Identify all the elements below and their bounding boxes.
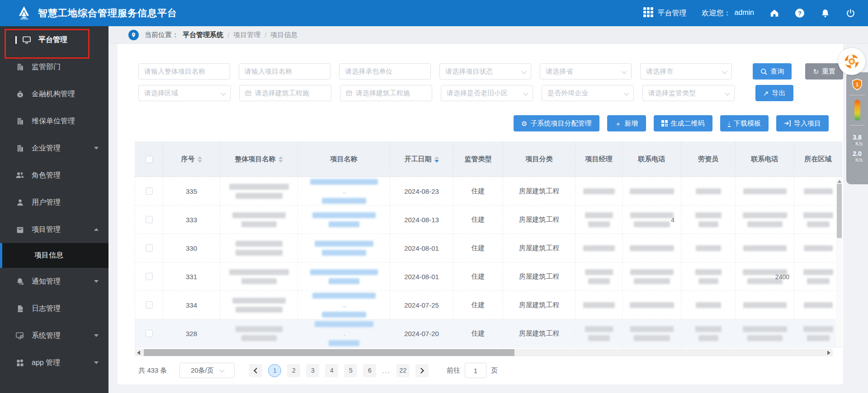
filter-field-r1-0[interactable]: 请输入整体项目名称 <box>138 63 230 80</box>
filter-field-r1-5[interactable]: 请选择市 <box>640 63 732 80</box>
building-icon <box>15 62 24 71</box>
sidebar-item-log-manage[interactable]: LOG 日志管理 <box>0 295 108 322</box>
column-header-整体项目名称[interactable]: 整体项目名称 <box>220 142 298 177</box>
cell-phone1-blurred <box>623 262 681 291</box>
row-checkbox[interactable] <box>146 301 153 309</box>
subsystem-assign-button[interactable]: ⚙子系统项目分配管理 <box>514 115 599 131</box>
sort-carets-icon[interactable] <box>198 156 202 163</box>
home-icon[interactable] <box>769 8 779 18</box>
column-header-开工日期[interactable]: 开工日期 <box>390 142 453 177</box>
cell-phone1-blurred <box>623 177 681 206</box>
horizontal-scroll-thumb[interactable] <box>144 349 514 356</box>
scroll-right-arrow-icon[interactable] <box>827 351 830 355</box>
row-checkbox[interactable] <box>146 187 153 195</box>
search-button[interactable]: 查询 <box>753 63 792 80</box>
sidebar-item-notice-manage[interactable]: 通知管理 <box>0 268 108 295</box>
row-checkbox[interactable] <box>146 244 153 252</box>
calendar-icon <box>245 90 251 96</box>
cell-region-blurred <box>794 291 842 319</box>
sidebar-item-enterprise-manage[interactable]: 企业管理 <box>0 135 108 162</box>
speed-monitor-panel[interactable]: 1 3.8 ↑ K/s 2.0 ↓ K/s <box>846 72 868 184</box>
user-icon <box>15 198 24 207</box>
filter-field-r2-1[interactable]: 请选择建筑工程施 <box>239 85 331 101</box>
cell-regulation-type: 住建 <box>453 262 503 291</box>
column-header-序号[interactable]: 序号 <box>163 142 220 177</box>
next-page-button[interactable] <box>415 364 429 377</box>
download-template-button[interactable]: ↓下载模板 <box>720 115 769 131</box>
breadcrumb-prefix: 当前位置： <box>145 31 179 39</box>
upload-speed: 3.8 ↑ K/s <box>852 134 863 146</box>
sidebar-item-app-manage[interactable]: app 管理 <box>0 349 108 376</box>
cell-seq: 334 <box>163 291 220 319</box>
content-card: 请输入整体项目名称请输入项目名称请选择承包单位请选择项目状态请选择省请选择市 查… <box>118 44 843 384</box>
column-header-项目分类: 项目分类 <box>503 142 576 177</box>
filter-field-r1-4[interactable]: 请选择省 <box>540 63 632 80</box>
page-button-22[interactable]: 22 <box>396 364 410 377</box>
filter-field-r1-3[interactable]: 请选择项目状态 <box>439 63 531 80</box>
breadcrumb-root[interactable]: 平台管理系统 <box>183 31 223 39</box>
select-all-checkbox[interactable] <box>146 156 153 163</box>
sidebar-item-user-manage[interactable]: 用户管理 <box>0 189 108 216</box>
sidebar-item-platform-manage[interactable]: 平台管理 <box>0 26 108 53</box>
generate-qrcode-button[interactable]: 生成二维码 <box>654 115 712 131</box>
reset-button[interactable]: ↻ 重置 <box>805 63 843 80</box>
row-checkbox[interactable] <box>146 216 153 223</box>
power-logout-icon[interactable] <box>845 8 855 18</box>
filter-field-r2-3[interactable]: 请选择是否老旧小区 <box>441 85 533 101</box>
page-button-3[interactable]: 3 <box>306 364 319 377</box>
scroll-left-arrow-icon[interactable] <box>137 351 140 355</box>
table-vertical-scrollbar[interactable] <box>836 178 843 346</box>
notification-bell-icon[interactable] <box>820 8 830 18</box>
scroll-up-arrow-icon[interactable] <box>837 180 842 183</box>
page-button-6[interactable]: 6 <box>363 364 376 377</box>
add-button[interactable]: ＋新增 <box>607 115 646 131</box>
sidebar-item-role-manage[interactable]: 角色管理 <box>0 162 108 189</box>
sidebar-item-project-manage[interactable]: 项目管理 <box>0 216 108 243</box>
table-row[interactable]: 328.2024-07-20住建房屋建筑工程 <box>135 319 842 348</box>
table-row[interactable]: 334...2024-07-25住建房屋建筑工程 <box>135 291 842 319</box>
platform-manage-entry[interactable]: 平台管理 <box>643 7 686 19</box>
table-row[interactable]: 3312024-08-01住建房屋建筑工程2400 <box>135 262 842 291</box>
table-horizontal-scrollbar[interactable] <box>135 349 833 356</box>
sidebar-item-system-manage[interactable]: 系统管理 <box>0 322 108 349</box>
filter-field-r2-0[interactable]: 请选择区域 <box>138 85 231 101</box>
help-icon[interactable]: ? <box>795 8 805 18</box>
breadcrumb-level3[interactable]: 项目信息 <box>270 31 297 39</box>
sidebar-subitem-project-info[interactable]: 项目信息 <box>0 243 108 268</box>
filter-field-r2-2[interactable]: 请选择建筑工程施 <box>340 85 432 101</box>
prev-page-button[interactable] <box>249 364 262 377</box>
export-button[interactable]: ↗ 导出 <box>755 85 793 101</box>
breadcrumb-level2[interactable]: 项目管理 <box>233 31 260 39</box>
filter-field-r1-1[interactable]: 请输入项目名称 <box>239 63 330 80</box>
sidebar-item-maintenance-unit[interactable]: 维保单位管理 <box>0 108 108 135</box>
page-button-2[interactable]: 2 <box>287 364 300 377</box>
vertical-scroll-thumb[interactable] <box>837 184 842 238</box>
row-checkbox[interactable] <box>146 330 153 337</box>
cell-regulation-type: 住建 <box>453 319 503 348</box>
sidebar-item-regulator-dept[interactable]: 监管部门 <box>0 53 108 80</box>
table-row[interactable]: 3332024-08-13住建房屋建筑工程4 <box>135 206 842 234</box>
column-header-所在区域: 所在区域 <box>794 142 842 177</box>
cell-project-manager-blurred <box>576 291 623 319</box>
more-pages-ellipsis[interactable]: ... <box>382 367 391 374</box>
page-button-4[interactable]: 4 <box>325 364 338 377</box>
page-button-1[interactable]: 1 <box>268 364 281 377</box>
filter-field-r2-5[interactable]: 请选择监管类型 <box>642 85 735 101</box>
page-size-select[interactable]: 20条/页 <box>179 363 235 378</box>
goto-page-input[interactable] <box>465 363 486 378</box>
filter-field-r1-2[interactable]: 请选择承包单位 <box>339 63 431 80</box>
import-project-button[interactable]: 导入项目 <box>776 115 829 131</box>
cell-project-name-link-blurred: .. <box>298 177 390 206</box>
sidebar-item-financial-org[interactable]: ¥ 金融机构管理 <box>0 80 108 108</box>
sort-carets-icon[interactable] <box>434 156 439 163</box>
table-row[interactable]: 335..2024-08-23住建房屋建筑工程 <box>135 177 842 206</box>
row-checkbox[interactable] <box>146 273 153 280</box>
table-row[interactable]: 3302024-08-01住建房屋建筑工程 <box>135 234 842 262</box>
cell-region-blurred <box>794 262 842 291</box>
filter-placeholder: 请选择项目状态 <box>445 67 493 76</box>
sort-carets-icon[interactable] <box>278 156 283 163</box>
page-button-5[interactable]: 5 <box>344 364 357 377</box>
username: admin <box>734 9 754 18</box>
filter-field-r2-4[interactable]: 是否外埠企业 <box>542 85 634 101</box>
security-assistant-ball[interactable] <box>838 48 865 75</box>
